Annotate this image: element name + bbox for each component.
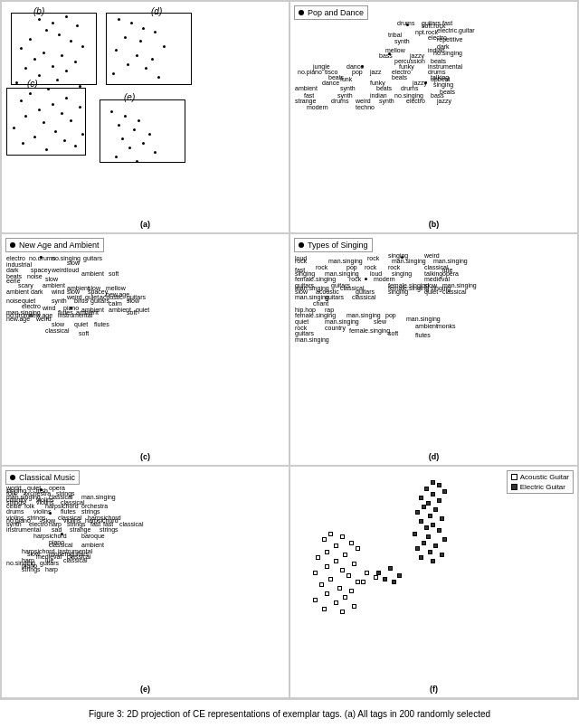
- legend-d-dot: [299, 242, 304, 248]
- bbox-d: [106, 13, 192, 85]
- legend-d-label: Types of Singing: [308, 241, 368, 250]
- legend-c-dot: [10, 242, 15, 248]
- panels-grid: (b) (d) (c) (e): [0, 0, 579, 699]
- panel-c-label: (c): [140, 452, 150, 461]
- panel-e-label: (e): [140, 685, 150, 694]
- panel-e: Classical Music world quiet opera singin…: [1, 466, 290, 698]
- caption-text: Figure 3: 2D projection of CE representa…: [89, 709, 490, 719]
- panel-f-scatter: [290, 467, 577, 697]
- panel-a: (b) (d) (c) (e): [1, 1, 290, 233]
- legend-e-label: Classical Music: [19, 473, 75, 482]
- panel-c: New Age and Ambient electro no.drums ind…: [1, 233, 290, 466]
- panel-b-scatter: soft.rock drums guitars fast npt.rock tr…: [290, 18, 577, 232]
- panel-a-scatter: (b) (d) (c) (e): [2, 2, 289, 232]
- panel-c-scatter: electro no.drums industrial dark spacey …: [2, 251, 289, 465]
- panel-d: Types of Singing loud rock singing weird…: [290, 233, 578, 466]
- legend-e-dot: [10, 475, 15, 480]
- panel-e-scatter: world quiet opera singing irish folk orc…: [2, 483, 289, 697]
- panel-f: Acoustic Guitar Electric Guitar: [290, 466, 578, 698]
- legend-b-dot: [299, 10, 304, 15]
- panel-a-label: (a): [140, 220, 150, 229]
- panel-d-scatter: loud rock singing weird rock man.singing…: [290, 251, 577, 465]
- panel-f-label: (f): [430, 685, 438, 694]
- bbox-e: [100, 99, 185, 163]
- legend-c-label: New Age and Ambient: [19, 241, 100, 250]
- panel-b-label: (b): [429, 220, 440, 229]
- figure-caption: Figure 3: 2D projection of CE representa…: [0, 699, 579, 728]
- legend-b-label: Pop and Dance: [308, 8, 364, 17]
- panel-d-label: (d): [429, 452, 440, 461]
- main-container: (b) (d) (c) (e): [0, 0, 579, 728]
- panel-b: Pop and Dance soft.rock drums guitars fa…: [290, 1, 578, 233]
